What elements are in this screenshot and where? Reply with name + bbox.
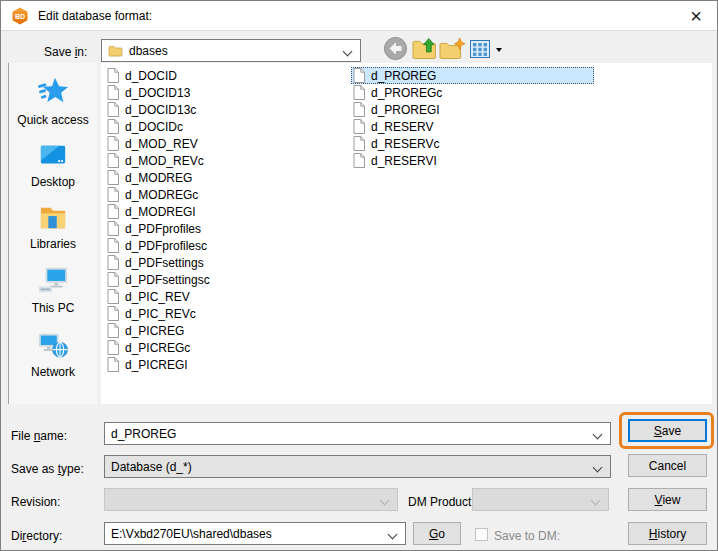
document-icon bbox=[107, 238, 119, 253]
document-icon bbox=[107, 85, 119, 100]
file-name-text: d_DOCID13 bbox=[125, 86, 190, 100]
directory-value: E:\Vxbd270EU\shared\dbases bbox=[111, 527, 272, 541]
file-item[interactable]: d_PICREGc bbox=[105, 339, 349, 356]
file-item[interactable]: d_PIC_REV bbox=[105, 288, 349, 305]
desktop-icon bbox=[38, 141, 68, 172]
file-item[interactable]: d_DOCID bbox=[105, 67, 349, 84]
file-item[interactable]: d_PIC_REVc bbox=[105, 305, 349, 322]
file-item[interactable]: d_PICREGI bbox=[105, 356, 349, 373]
file-name-text: d_MOD_REVc bbox=[125, 154, 204, 168]
file-name-text: d_MODREGc bbox=[125, 188, 198, 202]
document-icon bbox=[353, 85, 365, 100]
file-item[interactable]: d_RESERVI bbox=[351, 152, 594, 169]
chevron-down-icon bbox=[591, 496, 601, 506]
file-column-2: d_PROREG d_PROREGc bbox=[351, 67, 594, 169]
file-name-text: d_PIC_REV bbox=[125, 290, 190, 304]
revision-dropdown bbox=[104, 488, 398, 511]
file-item[interactable]: d_PICREG bbox=[105, 322, 349, 339]
save-in-combo[interactable]: dbases bbox=[101, 39, 361, 62]
libraries-icon bbox=[38, 203, 68, 234]
save-to-dm-checkbox bbox=[475, 528, 488, 541]
view-button-label: View bbox=[655, 493, 681, 507]
document-icon bbox=[107, 340, 119, 355]
back-icon bbox=[383, 36, 408, 64]
history-button[interactable]: History bbox=[628, 522, 707, 545]
create-new-folder-icon bbox=[439, 37, 465, 64]
file-item[interactable]: d_MODREGc bbox=[105, 186, 349, 203]
document-icon bbox=[353, 153, 365, 168]
file-name-field[interactable]: d_PROREG bbox=[104, 422, 611, 445]
file-name-text: d_PDFsettings bbox=[125, 256, 204, 270]
chevron-down-icon bbox=[380, 496, 390, 506]
document-icon bbox=[107, 289, 119, 304]
go-button[interactable]: Go bbox=[413, 522, 461, 545]
file-item[interactable]: d_PDFprofiles bbox=[105, 220, 349, 237]
directory-field[interactable]: E:\Vxbd270EU\shared\dbases bbox=[104, 522, 406, 545]
document-icon bbox=[107, 306, 119, 321]
file-name-text: d_RESERV bbox=[371, 120, 433, 134]
document-icon bbox=[107, 119, 119, 134]
file-name-text: d_PROREGc bbox=[371, 86, 442, 100]
chevron-down-icon bbox=[388, 530, 398, 540]
up-one-level-icon bbox=[412, 37, 437, 64]
file-item[interactable]: d_PROREG bbox=[351, 67, 594, 84]
view-menu-caret-icon[interactable] bbox=[496, 48, 502, 52]
file-item[interactable]: d_PROREGc bbox=[351, 84, 594, 101]
sidebar-item-desktop[interactable]: Desktop bbox=[9, 141, 97, 189]
sidebar-item-quick-access[interactable]: Quick access bbox=[9, 75, 97, 127]
sidebar-item-label: Libraries bbox=[30, 237, 76, 251]
file-name-text: d_MODREGI bbox=[125, 205, 196, 219]
view-button[interactable]: View bbox=[628, 488, 707, 511]
sidebar-item-network[interactable]: Network bbox=[9, 329, 97, 379]
save-button[interactable]: Save bbox=[628, 419, 707, 442]
save-as-type-dropdown[interactable]: Database (d_*) bbox=[104, 455, 611, 478]
file-item[interactable]: d_PDFprofilesc bbox=[105, 237, 349, 254]
file-item[interactable]: d_DOCID13c bbox=[105, 101, 349, 118]
document-icon bbox=[353, 102, 365, 117]
file-name-text: d_PIC_REVc bbox=[125, 307, 196, 321]
close-button[interactable]: × bbox=[683, 3, 709, 29]
back-button bbox=[382, 37, 408, 63]
sidebar-item-label: This PC bbox=[32, 301, 75, 315]
file-item[interactable]: d_MODREG bbox=[105, 169, 349, 186]
chevron-down-icon bbox=[343, 47, 353, 57]
network-icon bbox=[37, 329, 69, 362]
file-name-text: d_PICREGc bbox=[125, 341, 190, 355]
file-item[interactable]: d_DOCIDc bbox=[105, 118, 349, 135]
document-icon bbox=[107, 136, 119, 151]
document-icon bbox=[107, 204, 119, 219]
file-list: d_DOCID d_DOCID13 bbox=[101, 63, 712, 404]
file-item[interactable]: d_MOD_REV bbox=[105, 135, 349, 152]
file-item[interactable]: d_RESERVc bbox=[351, 135, 594, 152]
file-item[interactable]: d_MOD_REVc bbox=[105, 152, 349, 169]
document-icon bbox=[107, 272, 119, 287]
file-item[interactable]: d_PDFsettings bbox=[105, 254, 349, 271]
sidebar-item-libraries[interactable]: Libraries bbox=[9, 203, 97, 251]
document-icon bbox=[107, 323, 119, 338]
file-item[interactable]: d_PROREGI bbox=[351, 101, 594, 118]
file-name-text: d_PICREG bbox=[125, 324, 184, 338]
window-title: Edit database format: bbox=[38, 9, 152, 23]
save-to-dm-label: Save to DM: bbox=[494, 529, 560, 543]
up-one-level-button[interactable] bbox=[411, 37, 437, 63]
document-icon bbox=[107, 187, 119, 202]
save-in-label: Save in: bbox=[44, 45, 87, 59]
file-item[interactable]: d_DOCID13 bbox=[105, 84, 349, 101]
dm-product-dropdown bbox=[472, 488, 609, 511]
revision-label: Revision: bbox=[11, 495, 60, 509]
edit-database-format-dialog: BD Edit database format: × Save in: dbas… bbox=[0, 0, 718, 551]
file-item[interactable]: d_RESERV bbox=[351, 118, 594, 135]
cancel-button[interactable]: Cancel bbox=[628, 454, 707, 477]
file-item[interactable]: d_PDFsettingsc bbox=[105, 271, 349, 288]
document-icon bbox=[107, 357, 119, 372]
view-menu-button[interactable] bbox=[467, 37, 493, 63]
view-menu-icon bbox=[468, 37, 492, 64]
file-item[interactable]: d_MODREGI bbox=[105, 203, 349, 220]
document-icon bbox=[353, 136, 365, 151]
folder-icon bbox=[108, 45, 123, 57]
file-name-text: d_PROREG bbox=[371, 69, 436, 83]
sidebar-item-this-pc[interactable]: This PC bbox=[9, 265, 97, 315]
places-sidebar: Quick access Desktop Librar bbox=[8, 63, 97, 404]
document-icon bbox=[107, 68, 119, 83]
create-new-folder-button[interactable] bbox=[439, 37, 465, 63]
